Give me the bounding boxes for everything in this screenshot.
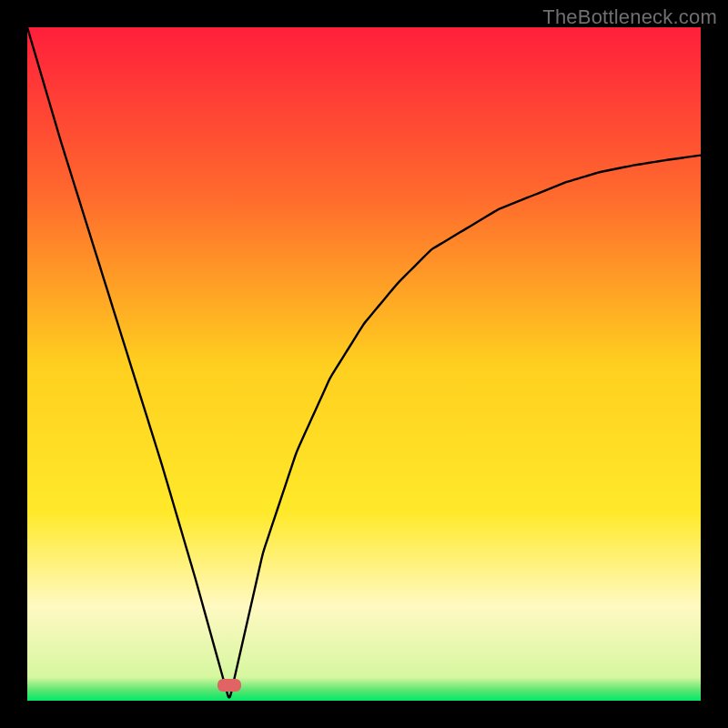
watermark-text: TheBottleneck.com bbox=[542, 5, 717, 29]
optimal-point-marker bbox=[217, 679, 240, 691]
plot-area bbox=[27, 27, 701, 701]
bottleneck-curve bbox=[27, 27, 701, 701]
chart-frame: TheBottleneck.com bbox=[0, 0, 728, 728]
